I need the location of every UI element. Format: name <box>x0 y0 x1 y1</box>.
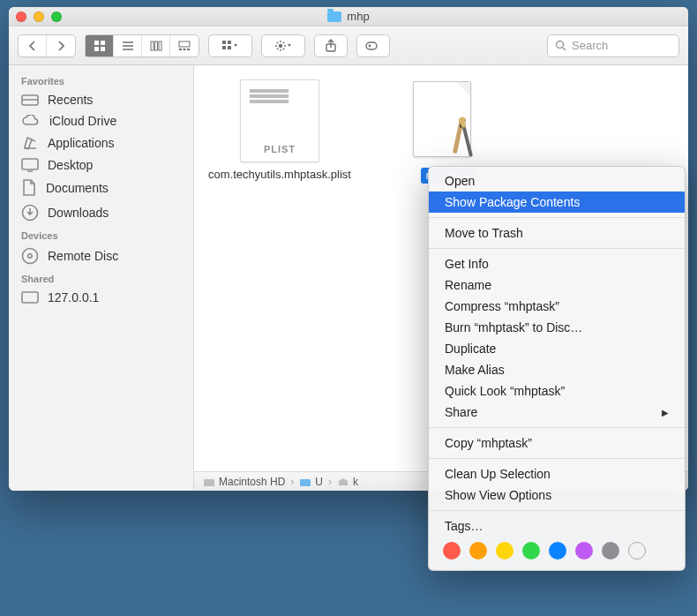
close-window-button[interactable] <box>16 11 26 22</box>
tag-gray[interactable] <box>602 542 619 560</box>
menu-quick-look[interactable]: Quick Look “mhptask” <box>429 380 685 402</box>
sidebar-section-shared: Shared <box>9 268 193 287</box>
tag-purple[interactable] <box>575 542 593 560</box>
menu-show-package-contents[interactable]: Show Package Contents <box>429 192 685 213</box>
svg-point-18 <box>369 44 371 47</box>
menu-separator <box>429 217 685 218</box>
menu-clean-up[interactable]: Clean Up Selection <box>429 463 685 485</box>
svg-rect-17 <box>366 42 377 49</box>
tag-yellow[interactable] <box>496 542 513 560</box>
tag-orange[interactable] <box>469 542 487 560</box>
path-crumb[interactable]: k <box>337 476 358 488</box>
svg-rect-2 <box>94 47 99 51</box>
menu-compress[interactable]: Compress “mhptask” <box>429 296 685 317</box>
window-title: mhp <box>9 10 688 23</box>
menu-separator <box>429 427 685 428</box>
view-list-button[interactable] <box>114 35 142 56</box>
sidebar-item-remote-disc[interactable]: Remote Disc <box>9 244 193 268</box>
folder-icon <box>327 11 341 22</box>
view-columns-button[interactable] <box>142 35 170 56</box>
svg-rect-14 <box>228 46 231 49</box>
menu-open[interactable]: Open <box>429 170 685 192</box>
search-icon <box>555 40 566 51</box>
menu-rename[interactable]: Rename <box>429 274 685 296</box>
menu-separator <box>429 510 685 511</box>
file-name: com.techyutils.mhptask.plist <box>208 168 351 182</box>
view-gallery-button[interactable] <box>170 35 199 56</box>
menu-duplicate[interactable]: Duplicate <box>429 338 685 359</box>
window-controls <box>16 11 62 22</box>
menu-copy[interactable]: Copy “mhptask” <box>429 432 685 454</box>
menu-share[interactable]: Share <box>429 402 685 423</box>
sidebar-item-recents[interactable]: Recents <box>9 89 193 110</box>
sidebar-item-icloud[interactable]: iCloud Drive <box>9 110 193 131</box>
sidebar: Favorites Recents iCloud Drive Applicati… <box>9 65 194 491</box>
svg-rect-25 <box>22 292 38 303</box>
menu-move-to-trash[interactable]: Move to Trash <box>429 222 685 244</box>
sidebar-item-applications[interactable]: Applications <box>9 131 193 154</box>
view-buttons <box>85 34 199 57</box>
svg-rect-13 <box>228 41 231 44</box>
file-item-plist[interactable]: com.techyutils.mhptask.plist <box>214 79 346 182</box>
context-menu: Open Show Package Contents Move to Trash… <box>428 166 686 571</box>
svg-rect-12 <box>222 46 226 49</box>
nav-buttons <box>18 34 76 57</box>
tag-none[interactable] <box>628 542 646 560</box>
svg-rect-5 <box>154 41 157 50</box>
tags-button[interactable] <box>356 34 390 57</box>
menu-get-info[interactable]: Get Info <box>429 253 685 274</box>
search-placeholder: Search <box>572 39 608 52</box>
forward-button[interactable] <box>47 35 75 56</box>
menu-view-options[interactable]: Show View Options <box>429 485 685 506</box>
sidebar-item-desktop[interactable]: Desktop <box>9 154 193 176</box>
svg-rect-1 <box>101 41 105 45</box>
svg-rect-8 <box>179 49 182 50</box>
sidebar-item-documents[interactable]: Documents <box>9 176 193 200</box>
svg-point-23 <box>23 249 38 264</box>
path-crumb[interactable]: Macintosh HD <box>203 476 285 488</box>
chevron-right-icon: › <box>328 476 332 488</box>
group-button[interactable] <box>208 34 252 57</box>
svg-point-19 <box>557 41 564 49</box>
svg-rect-9 <box>184 49 186 50</box>
minimize-window-button[interactable] <box>34 11 44 22</box>
menu-tags[interactable]: Tags… <box>429 515 685 537</box>
svg-rect-3 <box>101 47 105 51</box>
svg-rect-10 <box>187 49 190 50</box>
svg-rect-0 <box>94 41 99 45</box>
plist-icon <box>240 79 319 162</box>
menu-separator <box>429 248 685 249</box>
menu-burn[interactable]: Burn “mhptask” to Disc… <box>429 317 685 338</box>
zoom-window-button[interactable] <box>51 11 62 22</box>
path-crumb[interactable]: U <box>299 476 323 488</box>
svg-rect-11 <box>222 41 226 44</box>
share-button[interactable] <box>314 34 348 57</box>
chevron-right-icon: › <box>290 476 294 488</box>
svg-rect-4 <box>151 41 154 50</box>
action-button[interactable] <box>261 34 305 57</box>
svg-point-24 <box>28 254 32 258</box>
svg-point-15 <box>279 43 282 47</box>
search-field[interactable]: Search <box>547 34 679 57</box>
sidebar-item-shared-host[interactable]: 127.0.0.1 <box>9 287 193 308</box>
svg-rect-29 <box>300 479 311 486</box>
tag-blue[interactable] <box>549 542 566 560</box>
menu-make-alias[interactable]: Make Alias <box>429 359 685 380</box>
svg-rect-28 <box>204 479 214 486</box>
tag-green[interactable] <box>522 542 540 560</box>
tags-row <box>429 537 685 567</box>
menu-separator <box>429 458 685 459</box>
sidebar-section-devices: Devices <box>9 225 193 244</box>
view-icons-button[interactable] <box>86 35 114 56</box>
toolbar: Search <box>9 26 688 65</box>
back-button[interactable] <box>19 35 47 56</box>
titlebar: mhp <box>9 7 688 26</box>
sidebar-section-favorites: Favorites <box>9 71 193 89</box>
application-icon <box>408 79 487 162</box>
svg-rect-21 <box>22 159 38 169</box>
svg-rect-7 <box>179 41 190 47</box>
window-title-text: mhp <box>347 10 369 23</box>
tag-red[interactable] <box>443 542 461 560</box>
svg-rect-6 <box>159 41 161 50</box>
sidebar-item-downloads[interactable]: Downloads <box>9 200 193 225</box>
